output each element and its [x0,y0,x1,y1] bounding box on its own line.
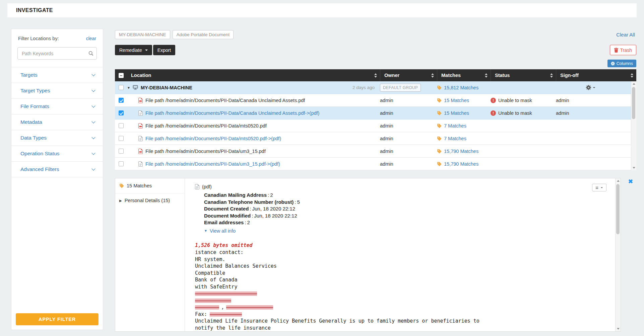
chevron-down-icon [91,72,95,76]
row-checkbox[interactable] [119,123,124,128]
sort-icon[interactable] [631,73,633,78]
location-path-link[interactable]: File path /home/admin/Documents/PII-Data… [145,161,280,167]
row-settings-menu[interactable] [586,85,595,90]
redacted-text [226,305,273,310]
close-detail-icon[interactable]: ✖ [628,179,633,184]
location-path-link[interactable]: File path /home/admin/Documents/PII-Data… [145,136,281,141]
matches-link[interactable]: 15 Matches [444,110,469,116]
trash-button[interactable]: Trash [610,45,636,55]
column-header-owner[interactable]: Owner [380,69,437,81]
row-checkbox[interactable] [119,85,124,90]
table-row[interactable]: File path /home/admin/Documents/PII-Data… [115,94,636,107]
sidebar-item-file-formats[interactable]: File Formats [11,99,103,114]
sidebar-item-advanced-filters[interactable]: Advanced Filters [11,162,103,177]
scrollbar-thumb[interactable] [616,184,620,234]
row-checkbox[interactable] [119,149,124,154]
sidebar-item-target-types[interactable]: Target Types [11,83,103,99]
remediate-button[interactable]: Remediate [115,45,152,55]
columns-button[interactable]: Columns [607,60,636,67]
matches-link[interactable]: 7 Matches [444,136,466,141]
row-checkbox[interactable] [119,161,124,166]
scroll-down-button[interactable] [616,326,621,331]
filter-clear-link[interactable]: clear [86,36,96,41]
location-path[interactable]: File path /home/admin/Documents/PII-Data… [145,123,267,129]
preview-text-line: notify the life insurance [195,325,607,332]
owner-value: admin [380,136,393,141]
sort-icon[interactable] [431,73,434,78]
field-separator: : [268,192,269,198]
redaction-comma: , [221,304,224,310]
preview-menu-button[interactable]: ≡ [592,184,606,191]
column-header-matches[interactable]: Matches [437,69,491,81]
owner-value: admin [380,98,393,103]
table-row[interactable]: File path /home/admin/Documents/PII-Data… [115,107,636,119]
field-value: Jun, 18 2020 22:12 [254,213,297,219]
owner-value: admin [380,123,393,129]
scrollbar-thumb[interactable] [632,87,635,119]
matches-link[interactable]: 15,790 Matches [444,161,478,167]
tree-item-personal-details[interactable]: ▶ Personal Details (15) [115,193,185,207]
table-row[interactable]: File path /home/admin/Documents/PII-Data… [115,158,636,170]
table-row[interactable]: File path /home/admin/Documents/PII-Data… [115,119,636,132]
owner-value: admin [380,149,393,154]
scroll-up-button[interactable] [631,81,636,86]
row-checkbox[interactable] [119,136,124,141]
column-label: Matches [441,73,461,78]
field-label: Canadian Mailing Address [204,192,267,198]
view-all-info-link[interactable]: ▼ View all info [204,228,607,234]
owner-value: admin [380,161,393,167]
sort-icon[interactable] [374,73,377,78]
scroll-up-button[interactable] [616,178,621,183]
column-header-location[interactable]: Location [127,69,380,81]
sidebar-item-data-types[interactable]: Data Types [11,130,103,146]
field-label: Canadian Telephone Number (robust) [204,199,294,205]
chevron-down-icon [91,151,95,155]
active-filters-bar: MY-DEBIAN-MACHINE Adobe Portable Documen… [115,30,636,39]
location-path-link[interactable]: File path /home/admin/Documents/PII-Data… [145,110,319,116]
signoff-value: admin [556,110,569,116]
preview-text-line: Compatible [195,270,607,277]
match-detail-panel: 15 Matches ▶ Personal Details (15) ≡ (pd [115,178,621,332]
columns-label: Columns [617,61,633,66]
sidebar-item-operation-status[interactable]: Operation Status [11,146,103,162]
status-value: Unable to mask [498,98,532,103]
column-header-signoff[interactable]: Sign-off [556,69,636,81]
menu-icon: ≡ [595,185,598,190]
filter-chip-file-format[interactable]: Adobe Portable Document [173,30,234,39]
apply-filter-button[interactable]: APPLY FILTER [16,313,99,325]
field-separator: : [245,220,246,225]
collapse-caret-icon[interactable]: ▾ [128,85,130,90]
table-row[interactable]: File path /home/admin/Documents/PII-Data… [115,132,636,145]
location-path[interactable]: File path /home/admin/Documents/PII-Data… [145,149,266,154]
app-header: INVESTIGATE [7,3,637,17]
locations-table: Location Owner Matches Status Sign-off ▾… [115,69,636,170]
export-button[interactable]: Export [153,45,175,55]
row-checkbox[interactable] [119,98,124,103]
matches-link[interactable]: 15,790 Matches [444,149,478,154]
target-name[interactable]: MY-DEBIAN-MACHINE [141,85,192,90]
error-icon: ! [491,98,496,103]
sort-icon[interactable] [485,73,488,78]
sidebar-item-metadata[interactable]: Metadata [11,114,103,130]
sort-icon[interactable] [550,73,553,78]
filter-chip-target[interactable]: MY-DEBIAN-MACHINE [115,30,170,39]
table-row[interactable]: File path /home/admin/Documents/PII-Data… [115,145,636,158]
column-header-status[interactable]: Status [491,69,556,81]
matches-link[interactable]: 15 Matches [444,98,469,103]
column-label: Location [131,73,151,78]
clear-all-filters-link[interactable]: Clear All [616,32,635,37]
scroll-down-button[interactable] [631,165,636,170]
caret-down-icon [145,50,148,51]
location-path[interactable]: File path /home/admin/Documents/PII-Data… [145,98,305,103]
tag-icon [437,85,442,90]
path-keywords-input[interactable] [17,47,97,60]
table-scrollbar [631,81,636,170]
group-matches-link[interactable]: 15,812 Matches [444,85,478,90]
select-all-checkbox[interactable] [119,73,124,78]
row-checkbox[interactable] [119,110,124,115]
preview-text-line: Unclaimed Balances Services [195,263,607,270]
table-row-target-group[interactable]: ▾ MY-DEBIAN-MACHINE 2 days ago DEFAULT G… [115,81,636,94]
sidebar-item-targets[interactable]: Targets [11,67,103,83]
matches-link[interactable]: 7 Matches [444,123,466,129]
document-file-icon [138,136,143,141]
